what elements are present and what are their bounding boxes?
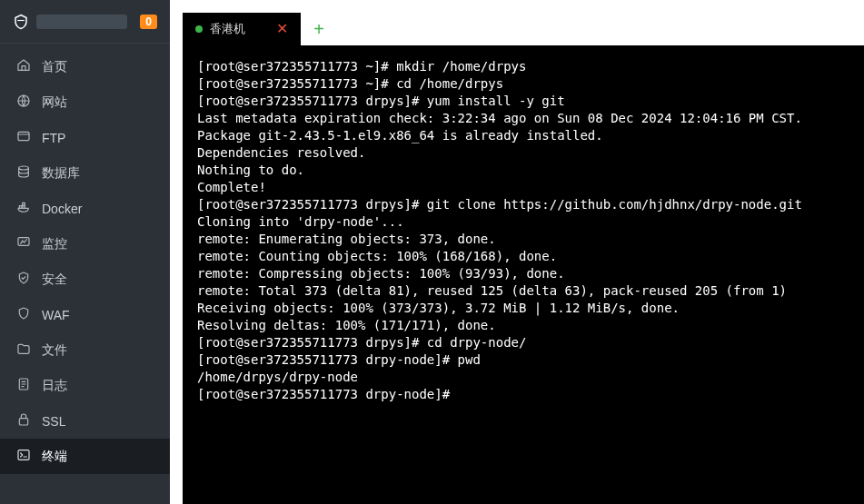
docker-icon: [16, 200, 31, 217]
sidebar-item-security[interactable]: 安全: [0, 262, 170, 297]
sidebar-header: 0: [0, 0, 170, 44]
main-area: 香港机 ✕ + [root@ser372355711773 ~]# mkdir …: [170, 0, 864, 504]
ftp-icon: [16, 129, 31, 146]
sidebar-item-home[interactable]: 首页: [0, 49, 170, 84]
monitor-icon: [16, 235, 31, 252]
folder-icon: [16, 341, 31, 359]
terminal-tab[interactable]: 香港机 ✕: [183, 13, 301, 45]
sidebar-item-label: 安全: [42, 272, 67, 288]
terminal-line: Complete!: [197, 179, 849, 196]
sidebar-item-db[interactable]: 数据库: [0, 155, 170, 191]
terminal-line: [root@ser372355711773 drpys]# cd drpy-no…: [197, 334, 849, 351]
add-tab-button[interactable]: +: [301, 13, 337, 45]
sidebar-item-label: 监控: [42, 236, 67, 252]
terminal-line: Dependencies resolved.: [197, 144, 849, 162]
sidebar-item-logs[interactable]: 日志: [0, 368, 170, 403]
sidebar-item-label: 日志: [42, 378, 67, 394]
terminal-line: /home/drpys/drpy-node: [197, 369, 849, 386]
terminal-line: remote: Enumerating objects: 373, done.: [197, 231, 849, 248]
sidebar-item-label: WAF: [42, 308, 70, 322]
terminal-line: Receiving objects: 100% (373/373), 3.72 …: [197, 300, 849, 317]
sidebar-item-ftp[interactable]: FTP: [0, 120, 170, 155]
svg-rect-9: [18, 450, 29, 460]
terminal-line: [root@ser372355711773 drpys]# yum instal…: [197, 93, 849, 110]
sidebar-item-site[interactable]: 网站: [0, 84, 170, 120]
sidebar-item-label: 网站: [42, 94, 67, 111]
logo-text-placeholder: [36, 15, 127, 29]
tab-label: 香港机: [210, 21, 245, 37]
notification-badge[interactable]: 0: [140, 15, 157, 29]
sidebar-item-files[interactable]: 文件: [0, 332, 170, 368]
terminal-line: Last metadata expiration check: 3:22:34 …: [197, 110, 849, 127]
sidebar-item-docker[interactable]: Docker: [0, 191, 170, 226]
logs-icon: [16, 377, 31, 394]
terminal-line: [root@ser372355711773 drpy-node]# pwd: [197, 351, 849, 369]
terminal-line: Resolving deltas: 100% (171/171), done.: [197, 317, 849, 334]
terminal-line: [root@ser372355711773 ~]# mkdir /home/dr…: [197, 58, 849, 75]
status-dot-icon: [195, 25, 203, 33]
svg-rect-1: [18, 132, 29, 140]
shield-icon: [16, 271, 31, 288]
terminal-line: remote: Compressing objects: 100% (93/93…: [197, 265, 849, 282]
ssl-icon: [16, 412, 31, 430]
terminal-container: 香港机 ✕ + [root@ser372355711773 ~]# mkdir …: [170, 13, 864, 504]
db-icon: [16, 164, 31, 182]
sidebar-item-ssl[interactable]: SSL: [0, 403, 170, 439]
svg-rect-8: [19, 419, 27, 425]
globe-icon: [16, 94, 31, 111]
svg-rect-5: [23, 203, 25, 205]
home-icon: [16, 58, 31, 75]
svg-point-2: [19, 166, 29, 170]
terminal-line: Nothing to do.: [197, 162, 849, 179]
terminal-tabs: 香港机 ✕ +: [170, 13, 864, 45]
terminal-line: remote: Total 373 (delta 81), reused 125…: [197, 282, 849, 300]
terminal-line: Package git-2.43.5-1.el9.x86_64 is alrea…: [197, 127, 849, 144]
sidebar: 0 首页网站FTP数据库Docker监控安全WAF文件日志SSL终端: [0, 0, 170, 504]
logo-shield-icon: [13, 13, 29, 31]
sidebar-item-label: 终端: [42, 449, 67, 465]
sidebar-item-monitor[interactable]: 监控: [0, 226, 170, 262]
terminal-line: [root@ser372355711773 ~]# cd /home/drpys: [197, 75, 849, 93]
sidebar-item-label: 首页: [42, 59, 67, 75]
terminal-line: remote: Counting objects: 100% (168/168)…: [197, 248, 849, 265]
sidebar-item-label: Docker: [42, 202, 82, 216]
sidebar-nav: 首页网站FTP数据库Docker监控安全WAF文件日志SSL终端: [0, 44, 170, 504]
terminal-line: Cloning into 'drpy-node'...: [197, 213, 849, 231]
sidebar-item-label: 文件: [42, 342, 67, 359]
terminal-line: [root@ser372355711773 drpys]# git clone …: [197, 196, 849, 213]
terminal-output[interactable]: [root@ser372355711773 ~]# mkdir /home/dr…: [183, 45, 864, 504]
sidebar-item-label: 数据库: [42, 165, 80, 182]
waf-icon: [16, 306, 31, 323]
close-icon[interactable]: ✕: [276, 22, 288, 36]
terminal-icon: [16, 448, 31, 465]
terminal-line: [root@ser372355711773 drpy-node]#: [197, 386, 849, 403]
sidebar-item-terminal[interactable]: 终端: [0, 439, 170, 474]
sidebar-item-label: FTP: [42, 131, 65, 145]
sidebar-item-waf[interactable]: WAF: [0, 297, 170, 332]
sidebar-item-label: SSL: [42, 414, 65, 429]
